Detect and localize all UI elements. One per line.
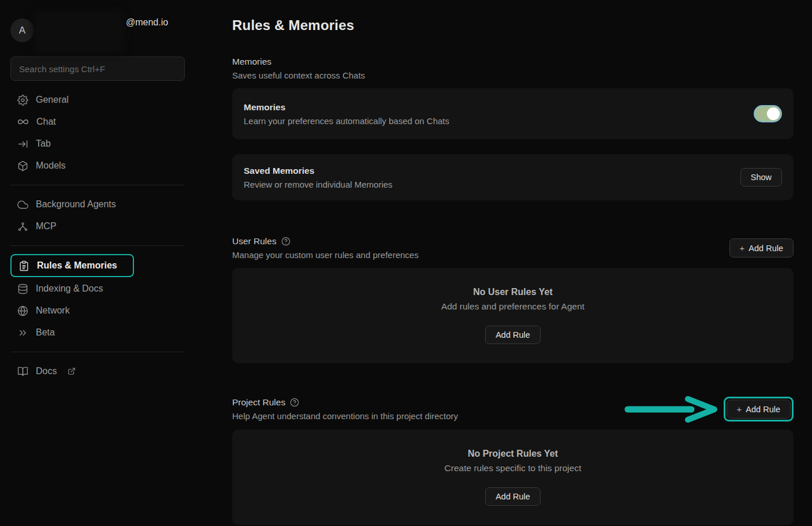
- project-rules-title: Project Rules: [232, 397, 285, 408]
- nodes-icon: [17, 221, 28, 232]
- memories-card-description: Learn your preferences automatically bas…: [244, 116, 449, 126]
- memories-card-title: Memories: [244, 102, 449, 113]
- sidebar-item-indexing-docs[interactable]: Indexing & Docs: [10, 278, 185, 300]
- sidebar-divider: [10, 185, 185, 185]
- avatar-letter: A: [19, 25, 25, 36]
- project-rules-empty-description: Create rules specific to this project: [445, 463, 582, 473]
- sidebar-item-mcp[interactable]: MCP: [10, 215, 185, 237]
- plus-icon: +: [740, 243, 745, 253]
- sidebar-item-rules-memories[interactable]: Rules & Memories: [10, 254, 134, 277]
- sidebar-item-beta[interactable]: Beta: [10, 322, 185, 344]
- redacted-username: [36, 13, 121, 51]
- sidebar-item-label: Chat: [36, 117, 56, 127]
- sidebar-item-background-agents[interactable]: Background Agents: [10, 193, 185, 215]
- add-rule-label: Add Rule: [746, 405, 780, 414]
- sidebar-item-label: Tab: [36, 139, 51, 149]
- sidebar-nav: General Chat Tab Models: [10, 89, 185, 382]
- saved-memories-card: Saved Memories Review or remove individu…: [232, 154, 794, 200]
- user-rules-empty-description: Add rules and preferences for Agent: [441, 301, 584, 312]
- external-link-icon: [68, 367, 76, 375]
- sidebar-item-label: Rules & Memories: [37, 260, 117, 271]
- add-project-rule-empty-button[interactable]: Add Rule: [485, 487, 541, 506]
- toggle-knob: [767, 107, 780, 120]
- page-title: Rules & Memories: [232, 17, 794, 33]
- memories-toggle[interactable]: [754, 105, 782, 122]
- sidebar-item-label: Models: [36, 161, 66, 171]
- sidebar-item-label: Background Agents: [36, 199, 116, 210]
- add-project-rule-button[interactable]: +Add Rule: [727, 400, 791, 419]
- sidebar-item-label: Docs: [36, 366, 57, 376]
- sidebar-item-label: Network: [36, 305, 70, 316]
- globe-icon: [17, 305, 28, 316]
- memories-section-header: Memories Saves useful context across Cha…: [232, 57, 794, 80]
- annotation-arrow-icon: [623, 396, 720, 423]
- add-user-rule-empty-button[interactable]: Add Rule: [485, 326, 541, 344]
- search-settings-box: [10, 57, 185, 81]
- search-settings-input[interactable]: [10, 57, 185, 81]
- project-rules-description: Help Agent understand conventions in thi…: [232, 411, 458, 421]
- open-book-icon: [17, 366, 28, 377]
- sidebar: A @mend.io General Chat: [0, 0, 196, 526]
- account-row[interactable]: A @mend.io: [10, 12, 185, 57]
- sidebar-item-label: MCP: [36, 221, 57, 232]
- show-memories-button[interactable]: Show: [740, 168, 782, 186]
- add-user-rule-button[interactable]: +Add Rule: [729, 238, 794, 258]
- project-add-rule-highlight-wrap: +Add Rule: [724, 397, 794, 421]
- infinity-icon: [17, 116, 29, 128]
- main-content: Rules & Memories Memories Saves useful c…: [196, 0, 812, 526]
- help-circle-icon[interactable]: [290, 398, 299, 407]
- sidebar-item-label: Indexing & Docs: [36, 283, 103, 294]
- memories-section-title: Memories: [232, 57, 794, 67]
- settings-window: A @mend.io General Chat: [0, 0, 812, 526]
- clipboard-icon: [18, 260, 29, 271]
- project-rules-header: Project Rules Help Agent understand conv…: [232, 397, 794, 421]
- add-rule-label: Add Rule: [748, 244, 783, 253]
- chevrons-right-icon: [17, 327, 28, 338]
- user-rules-empty-card: No User Rules Yet Add rules and preferen…: [232, 268, 794, 363]
- sidebar-item-docs[interactable]: Docs: [10, 360, 185, 382]
- sidebar-item-models[interactable]: Models: [10, 155, 185, 177]
- cube-icon: [17, 161, 28, 171]
- sidebar-item-label: Beta: [36, 327, 55, 338]
- sidebar-divider: [10, 245, 185, 246]
- saved-memories-card-text: Saved Memories Review or remove individu…: [244, 166, 393, 189]
- saved-memories-card-description: Review or remove individual Memories: [244, 180, 393, 189]
- gear-icon: [17, 95, 28, 106]
- memories-card: Memories Learn your preferences automati…: [232, 88, 794, 139]
- user-rules-title: User Rules: [232, 236, 277, 247]
- user-rules-header: User Rules Manage your custom user rules…: [232, 236, 794, 260]
- plus-icon: +: [737, 404, 742, 414]
- cloud-icon: [17, 199, 28, 210]
- memories-card-text: Memories Learn your preferences automati…: [244, 102, 449, 126]
- annotation-highlight-box: +Add Rule: [724, 397, 794, 421]
- sidebar-item-chat[interactable]: Chat: [10, 111, 185, 133]
- project-rules-empty-card: No Project Rules Yet Create rules specif…: [232, 430, 794, 525]
- account-email-suffix: @mend.io: [126, 17, 168, 28]
- project-rules-empty-title: No Project Rules Yet: [468, 449, 558, 459]
- user-rules-description: Manage your custom user rules and prefer…: [232, 250, 419, 260]
- saved-memories-card-title: Saved Memories: [244, 166, 393, 176]
- help-circle-icon[interactable]: [281, 237, 290, 246]
- memories-section-description: Saves useful context across Chats: [232, 70, 794, 80]
- sidebar-item-label: General: [36, 95, 69, 105]
- database-icon: [17, 283, 28, 294]
- sidebar-item-tab[interactable]: Tab: [10, 133, 185, 155]
- sidebar-divider: [10, 352, 185, 352]
- avatar: A: [10, 18, 34, 42]
- user-rules-empty-title: No User Rules Yet: [473, 287, 553, 297]
- user-rules-header-text: User Rules Manage your custom user rules…: [232, 236, 419, 260]
- project-rules-header-text: Project Rules Help Agent understand conv…: [232, 397, 458, 421]
- sidebar-item-general[interactable]: General: [10, 89, 185, 111]
- tab-arrow-icon: [17, 139, 28, 150]
- sidebar-item-network[interactable]: Network: [10, 300, 185, 322]
